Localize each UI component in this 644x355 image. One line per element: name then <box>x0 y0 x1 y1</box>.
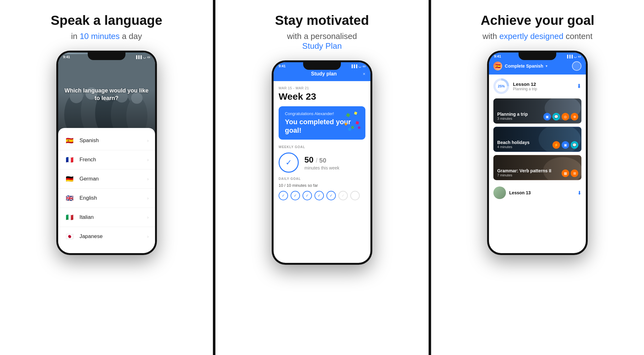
lang-name-german: German <box>80 176 99 182</box>
list-item[interactable]: 🇯🇵 Japanese › <box>58 227 155 246</box>
close-button[interactable]: × <box>363 71 365 76</box>
lesson-card-planning[interactable]: Planning a trip 3 minutes ▣ 💬 ◎ ⊕ <box>493 98 581 124</box>
lang-left-english: 🇬🇧 English <box>64 193 97 203</box>
card-icon-speak[interactable]: 💬 <box>552 113 560 120</box>
list-item[interactable]: 🇫🇷 French › <box>58 150 155 169</box>
user-avatar[interactable] <box>572 61 581 71</box>
day-circle-tue: ✓ <box>291 191 300 200</box>
lang-name-english: English <box>80 195 97 201</box>
lesson-title: Lesson 12 <box>513 81 537 87</box>
card-icon-vocab2[interactable]: ▣ <box>562 141 569 149</box>
wifi-icon: ◡ <box>143 55 146 59</box>
card-icon-grid[interactable]: ▦ <box>562 169 569 177</box>
card-icon-listen[interactable]: ◎ <box>562 113 569 120</box>
panel3-subheadline: with expertly designed content <box>482 31 592 41</box>
congrats-box: Congratulations Alexander! You completed… <box>279 106 365 140</box>
signal-icon: ▐▐▐ <box>351 64 357 68</box>
lesson13-download-icon[interactable]: ⬇ <box>577 190 581 196</box>
phone1: Which language would you like to learn? … <box>56 51 157 255</box>
lang-name-spanish: Spanish <box>80 137 99 144</box>
language-list: 🇪🇸 Spanish › 🇫🇷 French › 🇩🇪 German <box>58 128 155 253</box>
card-icons-beach: ⚡ ▣ 💬 <box>552 141 578 149</box>
phone1-inner: Which language would you like to learn? … <box>58 53 155 253</box>
lang-left-japanese: 🇯🇵 Japanese <box>64 231 103 242</box>
panel2-sub-highlight: Study Plan <box>302 41 342 51</box>
phone1-question: Which language would you like to learn? <box>58 87 155 102</box>
course-flag: 🇪🇸 <box>493 62 502 70</box>
lang-left-french: 🇫🇷 French <box>64 154 96 165</box>
day-circle-mon: ✓ <box>279 191 288 200</box>
panel1-sub-before: in <box>71 31 80 41</box>
panel1-sub-highlight: 10 minutes <box>80 31 119 41</box>
panel-stay-motivated: Stay motivated with a personalised Study… <box>213 0 428 355</box>
card-icon-flash[interactable]: ⚡ <box>552 141 560 149</box>
course-selector[interactable]: 🇪🇸 Complete Spanish ▾ <box>493 62 547 70</box>
italian-flag: 🇮🇹 <box>64 212 75 223</box>
list-item[interactable]: 🇩🇪 German › <box>58 169 155 189</box>
svg-rect-15 <box>356 121 359 125</box>
phone1-time: 9:41 <box>63 55 70 59</box>
goal-circle: ✓ <box>279 153 299 173</box>
panel1-headline: Speak a language <box>51 13 162 28</box>
card-icon-quiz[interactable]: ⊞ <box>571 169 578 177</box>
goal-unit: minutes this week <box>304 165 339 170</box>
lang-left-italian: 🇮🇹 Italian <box>64 212 94 223</box>
phone2-time: 9:41 <box>279 64 286 68</box>
lang-name-japanese: Japanese <box>80 233 103 240</box>
download-icon[interactable]: ⬇ <box>577 83 581 90</box>
german-flag: 🇩🇪 <box>64 174 75 184</box>
lesson-card-beach[interactable]: Beach holidays 4 minutes ⚡ ▣ 💬 <box>493 127 581 152</box>
phone3-header: 🇪🇸 Complete Spanish ▾ <box>489 59 586 75</box>
signal-icon: ▐▐▐ <box>566 55 573 58</box>
study-plan-title: Study plan <box>285 71 363 77</box>
panel-achieve-goal: Achieve your goal with expertly designed… <box>429 0 644 355</box>
phone3-body: 25% Lesson 12 Planning a trip ⬇ <box>489 75 586 206</box>
lang-name-french: French <box>80 157 96 163</box>
wifi-icon: ◡ <box>358 64 361 68</box>
chevron-icon: › <box>147 215 149 220</box>
card-icons-planning: ▣ 💬 ◎ ⊕ <box>543 113 578 120</box>
course-name: Complete Spanish <box>505 64 543 69</box>
panel1-sub-after: a day <box>120 31 142 41</box>
panel1-subheadline: in 10 minutes a day <box>71 31 142 41</box>
lesson-info: Lesson 12 Planning a trip <box>513 81 537 91</box>
battery-icon: ▭ <box>578 55 581 58</box>
list-item[interactable]: 🇬🇧 English › <box>58 189 155 208</box>
svg-point-17 <box>358 126 360 129</box>
svg-rect-14 <box>344 123 347 126</box>
day-circle-wed: ✓ <box>303 191 312 200</box>
svg-rect-18 <box>351 126 354 129</box>
confetti-svg <box>343 110 362 136</box>
phone3-inner: 9:41 ▐▐▐ ◡ ▭ 🇪🇸 Complete Spanish ▾ <box>489 53 586 253</box>
phone2-body: MAR 15 - MAR 21 Week 23 Congratulations … <box>274 81 370 205</box>
french-flag: 🇫🇷 <box>64 154 75 165</box>
goal-current: 50 <box>304 155 314 164</box>
spanish-flag: 🇪🇸 <box>64 135 75 146</box>
lang-left-german: 🇩🇪 German <box>64 174 99 184</box>
list-item[interactable]: 🇮🇹 Italian › <box>58 208 155 227</box>
card-icon-speak2[interactable]: 💬 <box>571 141 578 149</box>
lang-left-spanish: 🇪🇸 Spanish <box>64 135 99 146</box>
panel-speak-language: Speak a language in 10 minutes a day <box>0 0 213 355</box>
lesson-card-grammar[interactable]: Grammar: Verb patterns II 7 minutes ▦ ⊞ <box>493 155 581 180</box>
daily-goal-text: 10 / 10 minutes so far <box>279 183 365 188</box>
phone3-time: 9:41 <box>494 54 501 58</box>
day-circle-fri: ✓ <box>326 191 336 200</box>
progress-ring: 25% <box>493 78 509 94</box>
list-item[interactable]: 🇪🇸 Spanish › <box>58 131 155 150</box>
phone2-notch <box>303 62 341 70</box>
phone2: 9:41 ▐▐▐ ◡ ▭ Study plan × MAR 15 - MAR 2… <box>272 60 372 265</box>
battery-icon: ▭ <box>363 64 365 68</box>
english-flag: 🇬🇧 <box>64 193 75 203</box>
phone3: 9:41 ▐▐▐ ◡ ▭ 🇪🇸 Complete Spanish ▾ <box>487 51 588 255</box>
svg-point-16 <box>348 128 351 131</box>
svg-rect-12 <box>346 113 350 117</box>
card-icon-grammar[interactable]: ⊕ <box>571 113 578 120</box>
card-icon-vocab[interactable]: ▣ <box>543 113 551 120</box>
chevron-icon: › <box>147 196 149 201</box>
daily-goal-label: DAILY GOAL <box>279 177 365 180</box>
day-circle-thu: ✓ <box>314 191 324 200</box>
panel2-headline: Stay motivated <box>275 13 369 28</box>
weekly-goal-label: WEEKLY GOAL <box>279 145 365 149</box>
lesson13-avatar <box>493 186 506 199</box>
